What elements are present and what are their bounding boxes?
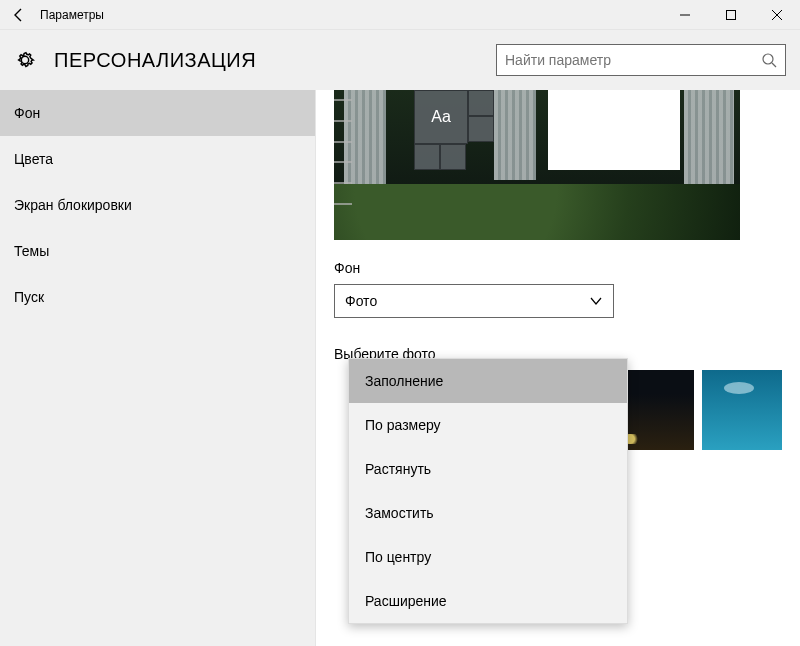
maximize-button[interactable] (708, 0, 754, 30)
search-box[interactable] (496, 44, 786, 76)
preview-sample-text: Aa (414, 90, 468, 144)
close-button[interactable] (754, 0, 800, 30)
preview-desktop: Aa (334, 90, 740, 240)
sidebar-item-background[interactable]: Фон (0, 90, 315, 136)
fit-option-tile[interactable]: Замостить (349, 491, 627, 535)
sidebar: Фон Цвета Экран блокировки Темы Пуск (0, 90, 316, 646)
preview-taskbar-ticks (334, 90, 354, 214)
sidebar-item-lockscreen[interactable]: Экран блокировки (0, 182, 315, 228)
search-icon (761, 52, 777, 68)
fit-option-span[interactable]: Расширение (349, 579, 627, 623)
svg-point-4 (763, 54, 773, 64)
back-arrow-icon (11, 7, 27, 23)
preview-start-tiles: Aa (414, 90, 496, 214)
sidebar-item-colors[interactable]: Цвета (0, 136, 315, 182)
sidebar-item-start[interactable]: Пуск (0, 274, 315, 320)
sidebar-item-themes[interactable]: Темы (0, 228, 315, 274)
minimize-icon (680, 10, 690, 20)
titlebar: Параметры (0, 0, 800, 30)
background-label: Фон (334, 260, 782, 276)
fit-option-stretch[interactable]: Растянуть (349, 447, 627, 491)
gear-icon (14, 49, 36, 71)
maximize-icon (726, 10, 736, 20)
preview-waterfall (494, 90, 536, 180)
svg-rect-1 (727, 10, 736, 19)
photo-thumb[interactable] (702, 370, 782, 450)
fit-option-fit[interactable]: По размеру (349, 403, 627, 447)
minimize-button[interactable] (662, 0, 708, 30)
header: ПЕРСОНАЛИЗАЦИЯ (0, 30, 800, 90)
svg-line-5 (772, 63, 776, 67)
fit-option-fill[interactable]: Заполнение (349, 359, 627, 403)
window-title: Параметры (40, 8, 104, 22)
page-title: ПЕРСОНАЛИЗАЦИЯ (54, 49, 256, 72)
search-input[interactable] (505, 52, 761, 68)
background-dropdown[interactable]: Фото (334, 284, 614, 318)
fit-mode-popup: Заполнение По размеру Растянуть Замостит… (348, 358, 628, 624)
fit-option-center[interactable]: По центру (349, 535, 627, 579)
back-button[interactable] (4, 0, 34, 30)
preview-window (548, 90, 680, 170)
background-dropdown-value: Фото (345, 293, 377, 309)
window-controls (662, 0, 800, 30)
preview-foreground (334, 184, 740, 240)
chevron-down-icon (589, 294, 603, 308)
close-icon (772, 10, 782, 20)
